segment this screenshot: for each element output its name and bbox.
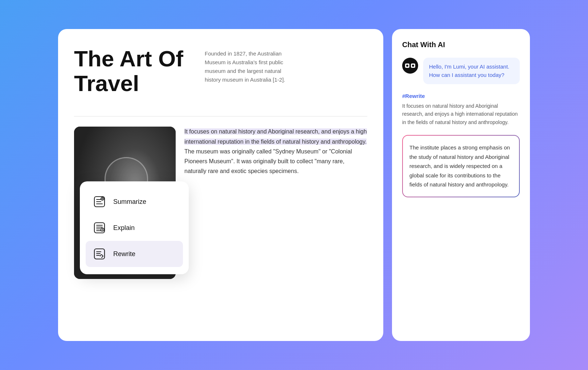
- chat-title: Chat With AI: [402, 41, 520, 49]
- rewrite-desc: It focuses on natural history and Aborig…: [402, 102, 520, 126]
- svg-point-21: [406, 65, 408, 67]
- explain-icon: [93, 221, 106, 234]
- rewrite-section: #Rewrite It focuses on natural history a…: [402, 91, 520, 128]
- rewrite-icon: [93, 247, 106, 260]
- explain-label: Explain: [113, 224, 135, 232]
- doc-highlighted-text[interactable]: It focuses on natural history and Aborig…: [184, 127, 367, 176]
- highlight-span: It focuses on natural history and Aborig…: [184, 128, 367, 144]
- chat-panel: Chat With AI Hello, I'm Lumi, your AI as…: [392, 29, 530, 341]
- doc-title: The Art Of Travel: [74, 46, 190, 96]
- summarize-label: Summarize: [113, 198, 146, 206]
- summarize-icon: [93, 195, 106, 208]
- menu-item-summarize[interactable]: Summarize: [86, 189, 183, 215]
- document-panel: The Art Of Travel Founded in 1827, the A…: [58, 29, 383, 341]
- rewrite-label: Rewrite: [113, 250, 135, 258]
- doc-intro: Founded in 1827, the Australian Museum i…: [205, 46, 292, 84]
- context-menu: Summarize Explain: [80, 181, 189, 274]
- ai-avatar: [402, 58, 418, 74]
- svg-point-22: [412, 65, 414, 67]
- divider: [74, 116, 367, 116]
- rewrite-result: The institute places a strong emphasis o…: [402, 135, 520, 197]
- menu-item-rewrite[interactable]: Rewrite: [86, 241, 183, 267]
- doc-text-content: It focuses on natural history and Aborig…: [184, 127, 367, 279]
- ai-greeting-bubble: Hello, I'm Lumi, your AI assistant. How …: [402, 58, 520, 84]
- ai-greeting-message: Hello, I'm Lumi, your AI assistant. How …: [423, 58, 520, 84]
- menu-item-explain[interactable]: Explain: [86, 215, 183, 241]
- main-container: The Art Of Travel Founded in 1827, the A…: [58, 29, 530, 341]
- rewrite-tag: #Rewrite: [402, 93, 520, 99]
